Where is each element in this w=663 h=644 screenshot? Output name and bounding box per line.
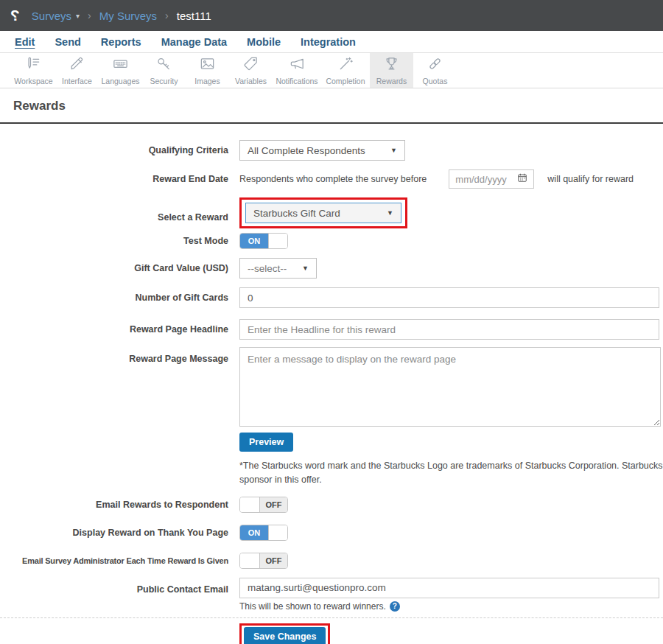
reward-end-date-label: Reward End Date (0, 173, 228, 185)
row-preview: Preview (0, 433, 663, 452)
chain-links-icon (427, 55, 443, 75)
toggle-knob (268, 234, 287, 248)
pen-list-icon (25, 55, 42, 75)
tab-edit[interactable]: Edit (15, 36, 35, 48)
row-qualifying-criteria: Qualifying Criteria All Complete Respond… (0, 140, 663, 161)
email-helper-text: This will be shown to reward winners. (239, 601, 386, 612)
select-reward-label: Select a Reward (0, 202, 228, 223)
key-icon (155, 55, 172, 75)
tab-mobile[interactable]: Mobile (247, 36, 281, 48)
email-rewards-label: Email Rewards to Respondent (0, 499, 228, 511)
row-display-reward: Display Reward on Thank You Page ON (0, 525, 663, 541)
date-placeholder: mm/dd/yyyy (455, 174, 506, 185)
annotation-highlight-box: Starbucks Gift Card ▼ (239, 197, 407, 228)
selected-value: --select-- (248, 263, 287, 274)
row-disclaimer: *The Starbucks word mark and the Starbuc… (0, 459, 663, 488)
row-email-admin: Email Survey Administrator Each Time Rew… (0, 553, 663, 569)
qualifying-criteria-select[interactable]: All Complete Respondents ▼ (239, 140, 405, 161)
magic-wand-icon (337, 55, 354, 75)
toolbar-item-notifications[interactable]: Notifications (273, 53, 321, 88)
selected-value: Starbucks Gift Card (253, 208, 340, 219)
toolbar-label: Variables (235, 77, 267, 85)
toolbar-item-quotas[interactable]: Quotas (413, 53, 457, 88)
reward-page-message-textarea[interactable] (239, 347, 661, 427)
test-mode-toggle[interactable]: ON (239, 233, 288, 249)
row-gift-card-value: Gift Card Value (USD) --select-- ▼ (0, 258, 663, 279)
chevron-down-icon: ▼ (302, 265, 309, 272)
brush-icon (69, 55, 85, 75)
toolbar-label: Interface (62, 77, 92, 85)
row-reward-page-message: Reward Page Message (0, 347, 663, 427)
display-reward-label: Display Reward on Thank You Page (0, 527, 228, 539)
public-contact-email-input[interactable] (239, 578, 659, 598)
qualifying-criteria-label: Qualifying Criteria (0, 144, 228, 156)
toolbar-label: Quotas (423, 77, 448, 85)
toggle-state: ON (240, 525, 268, 540)
selected-value: All Complete Respondents (248, 145, 365, 156)
gift-card-value-select[interactable]: --select-- ▼ (239, 258, 317, 279)
toolbar-item-images[interactable]: Images (186, 53, 229, 88)
email-admin-toggle[interactable]: OFF (239, 553, 288, 569)
tag-icon (242, 55, 259, 75)
toolbar-item-variables[interactable]: Variables (229, 53, 273, 88)
megaphone-icon (289, 55, 306, 75)
preview-button[interactable]: Preview (239, 433, 293, 452)
reward-page-message-label: Reward Page Message (0, 347, 228, 365)
row-select-reward: Select a Reward Starbucks Gift Card ▼ (0, 197, 663, 228)
reward-page-headline-input[interactable] (239, 319, 659, 340)
dashed-divider (0, 617, 663, 618)
rewards-form: Qualifying Criteria All Complete Respond… (0, 140, 663, 644)
number-of-gift-cards-label: Number of Gift Cards (0, 292, 228, 304)
toolbar-label: Completion (326, 77, 365, 85)
row-test-mode: Test Mode ON (0, 233, 663, 249)
help-icon[interactable]: ? (390, 601, 400, 612)
reward-end-date-input[interactable]: mm/dd/yyyy (449, 169, 534, 189)
row-reward-page-headline: Reward Page Headline (0, 319, 663, 340)
trophy-icon (383, 55, 400, 75)
toggle-state: OFF (260, 553, 287, 568)
toolbar-item-completion[interactable]: Completion (321, 53, 370, 88)
select-reward-select[interactable]: Starbucks Gift Card ▼ (245, 203, 401, 223)
toolbar-label: Rewards (376, 77, 407, 85)
heading-divider (0, 122, 663, 124)
toolbar-item-languages[interactable]: Languages (99, 53, 142, 88)
row-email-rewards: Email Rewards to Respondent OFF (0, 497, 663, 513)
chevron-down-icon: ▼ (387, 209, 393, 217)
email-admin-label: Email Survey Administrator Each Time Rew… (0, 556, 228, 566)
annotation-highlight-box: Save Changes (239, 623, 330, 644)
toolbar-item-security[interactable]: Security (142, 53, 186, 88)
toolbar-item-workspace[interactable]: Workspace (12, 53, 55, 88)
number-of-gift-cards-input[interactable] (239, 287, 659, 308)
breadcrumb-separator: › (88, 10, 91, 21)
email-rewards-toggle[interactable]: OFF (239, 497, 288, 513)
test-mode-label: Test Mode (0, 235, 228, 247)
main-tab-bar: Edit Send Reports Manage Data Mobile Int… (0, 31, 663, 53)
public-contact-email-label: Public Contact Email (0, 578, 228, 595)
row-public-contact-email: Public Contact Email This will be shown … (0, 578, 663, 612)
toolbar-label: Languages (102, 77, 140, 85)
toolbar-label: Notifications (276, 77, 318, 85)
tab-reports[interactable]: Reports (101, 36, 141, 48)
toolbar-item-rewards[interactable]: Rewards (370, 53, 413, 88)
tab-integration[interactable]: Integration (301, 36, 356, 48)
top-navigation-bar: ? Surveys ▾ › My Surveys › test111 (0, 0, 663, 31)
chevron-down-icon[interactable]: ▾ (76, 12, 80, 20)
toolbar-label: Security (150, 77, 178, 85)
tab-manage-data[interactable]: Manage Data (161, 36, 227, 48)
reward-page-headline-label: Reward Page Headline (0, 323, 228, 335)
chevron-down-icon: ▼ (390, 147, 397, 154)
save-changes-button[interactable]: Save Changes (244, 627, 326, 644)
breadcrumb-surveys[interactable]: Surveys (32, 10, 71, 22)
questionpro-logo-icon[interactable]: ? (10, 7, 20, 24)
toggle-knob (240, 553, 260, 568)
toolbar-label: Workspace (14, 77, 52, 85)
toolbar-item-interface[interactable]: Interface (55, 53, 99, 88)
keyboard-icon (112, 55, 129, 75)
display-reward-toggle[interactable]: ON (239, 525, 288, 541)
breadcrumb-my-surveys[interactable]: My Surveys (99, 10, 157, 22)
starbucks-disclaimer-text: *The Starbucks word mark and the Starbuc… (239, 459, 663, 488)
tab-send[interactable]: Send (55, 36, 80, 48)
calendar-icon[interactable] (517, 172, 527, 186)
breadcrumb-survey-name: test111 (177, 10, 211, 22)
row-number-of-gift-cards: Number of Gift Cards (0, 287, 663, 308)
